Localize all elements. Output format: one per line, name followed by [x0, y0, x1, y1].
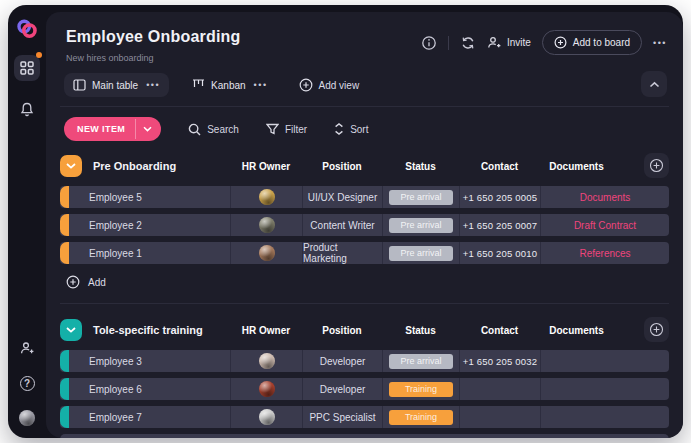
add-to-board-button[interactable]: Add to board: [542, 30, 642, 55]
position-cell[interactable]: Content Writer: [302, 214, 382, 236]
hr-owner-cell[interactable]: [230, 242, 302, 264]
status-cell[interactable]: Pre arrival: [382, 214, 459, 236]
column-header-hr-owner[interactable]: HR Owner: [230, 325, 302, 336]
apps-grid-button[interactable]: [14, 55, 40, 81]
hr-owner-avatar: [259, 245, 275, 261]
documents-cell[interactable]: [540, 378, 669, 400]
add-to-board-label: Add to board: [573, 37, 630, 48]
kanban-view-icon: [192, 79, 205, 91]
column-header-position[interactable]: Position: [302, 325, 382, 336]
brand-logo[interactable]: [16, 18, 38, 40]
new-item-button[interactable]: NEW ITEM: [64, 117, 161, 141]
status-cell[interactable]: Training: [382, 378, 459, 400]
contact-cell[interactable]: [459, 406, 540, 428]
sort-button[interactable]: Sort: [334, 123, 368, 135]
add-column-button[interactable]: [644, 153, 669, 178]
document-link[interactable]: Documents: [580, 192, 631, 203]
document-link[interactable]: References: [579, 248, 630, 259]
column-header-hr-owner[interactable]: HR Owner: [230, 161, 302, 172]
position-value: Developer: [320, 356, 366, 367]
contact-cell[interactable]: +1 650 205 0010: [459, 242, 540, 264]
employee-name-cell[interactable]: Employee 5: [60, 186, 230, 208]
sync-button[interactable]: [460, 35, 476, 51]
table-row[interactable]: Employee 6 Developer Training: [60, 378, 669, 400]
contact-cell[interactable]: +1 650 205 0032: [459, 350, 540, 372]
column-header-contact[interactable]: Contact: [459, 325, 540, 336]
documents-cell[interactable]: [540, 406, 669, 428]
documents-cell[interactable]: References: [540, 242, 669, 264]
hr-owner-cell[interactable]: [230, 350, 302, 372]
status-cell[interactable]: Pre arrival: [382, 242, 459, 264]
position-cell[interactable]: UI/UX Designer: [302, 186, 382, 208]
group-header-role-specific-training: Tole-specific training HR Owner Position…: [60, 318, 669, 342]
sort-icon: [334, 123, 344, 135]
group-collapse-button[interactable]: [60, 319, 82, 341]
group-header-pre-onboarding: Pre Onboarding HR Owner Position Status …: [60, 154, 669, 178]
employee-name-cell[interactable]: Employee 2: [60, 214, 230, 236]
contact-cell[interactable]: +1 650 205 0005: [459, 186, 540, 208]
help-button[interactable]: ?: [14, 370, 40, 396]
documents-cell[interactable]: Draft Contract: [540, 214, 669, 236]
column-header-status[interactable]: Status: [382, 325, 459, 336]
hr-owner-cell[interactable]: [230, 186, 302, 208]
group-name[interactable]: Pre Onboarding: [93, 160, 176, 172]
status-badge: Pre arrival: [389, 246, 453, 261]
hr-owner-cell[interactable]: [230, 378, 302, 400]
profile-avatar[interactable]: [19, 410, 35, 426]
position-cell[interactable]: PPC Specialist: [302, 406, 382, 428]
documents-cell[interactable]: [540, 350, 669, 372]
more-dots-icon[interactable]: •••: [653, 38, 667, 48]
position-cell[interactable]: Developer: [302, 350, 382, 372]
table-row[interactable]: Employee 3 Developer Pre arrival +1 650 …: [60, 350, 669, 372]
table-row[interactable]: Employee 1 Product Marketing Pre arrival…: [60, 242, 669, 264]
status-cell[interactable]: Pre arrival: [382, 186, 459, 208]
employee-name-cell[interactable]: Employee 7: [60, 406, 230, 428]
add-column-button[interactable]: [644, 317, 669, 342]
employee-name-cell[interactable]: Employee 6: [60, 378, 230, 400]
hr-owner-cell[interactable]: [230, 214, 302, 236]
add-view-button[interactable]: Add view: [299, 78, 360, 92]
row-color-accent: [60, 214, 69, 236]
row-color-accent: [60, 406, 69, 428]
sidebar: ?: [8, 5, 46, 438]
group-name[interactable]: Tole-specific training: [93, 324, 203, 336]
collapse-header-button[interactable]: [641, 71, 667, 97]
tab-kanban[interactable]: Kanban •••: [183, 73, 276, 97]
add-item-button[interactable]: Add: [66, 270, 669, 294]
document-link[interactable]: Draft Contract: [574, 220, 636, 231]
hr-owner-avatar: [259, 217, 275, 233]
status-cell[interactable]: Training: [382, 406, 459, 428]
tab-main-table[interactable]: Main table •••: [64, 73, 169, 97]
table-row[interactable]: Employee 5 UI/UX Designer Pre arrival +1…: [60, 186, 669, 208]
info-button[interactable]: [421, 35, 437, 51]
new-item-dropdown[interactable]: [135, 119, 161, 139]
new-item-label: NEW ITEM: [64, 117, 135, 141]
invite-member-button[interactable]: [14, 335, 40, 361]
column-header-status[interactable]: Status: [382, 161, 459, 172]
status-cell[interactable]: Pre arrival: [382, 350, 459, 372]
tab-label: Kanban: [211, 80, 245, 91]
employee-name-cell[interactable]: Employee 3: [60, 350, 230, 372]
position-value: Content Writer: [310, 220, 374, 231]
position-cell[interactable]: Developer: [302, 378, 382, 400]
employee-name-cell[interactable]: Employee 1: [60, 242, 230, 264]
hr-owner-cell[interactable]: [230, 406, 302, 428]
notifications-button[interactable]: [14, 96, 40, 122]
contact-cell[interactable]: [459, 378, 540, 400]
search-icon: [188, 123, 201, 136]
documents-cell[interactable]: Documents: [540, 186, 669, 208]
group-collapse-button[interactable]: [60, 155, 82, 177]
search-button[interactable]: Search: [188, 123, 239, 136]
employee-name: Employee 5: [89, 192, 142, 203]
table-row[interactable]: Employee 2 Content Writer Pre arrival +1…: [60, 214, 669, 236]
tab-menu-dots-icon[interactable]: •••: [146, 80, 160, 90]
column-header-contact[interactable]: Contact: [459, 161, 540, 172]
tab-menu-dots-icon[interactable]: •••: [254, 80, 268, 90]
filter-button[interactable]: Filter: [266, 123, 307, 135]
row-color-accent: [60, 242, 69, 264]
contact-cell[interactable]: +1 650 205 0007: [459, 214, 540, 236]
position-cell[interactable]: Product Marketing: [302, 242, 382, 264]
invite-button[interactable]: Invite: [487, 36, 531, 49]
column-header-position[interactable]: Position: [302, 161, 382, 172]
table-row[interactable]: Employee 7 PPC Specialist Training: [60, 406, 669, 428]
